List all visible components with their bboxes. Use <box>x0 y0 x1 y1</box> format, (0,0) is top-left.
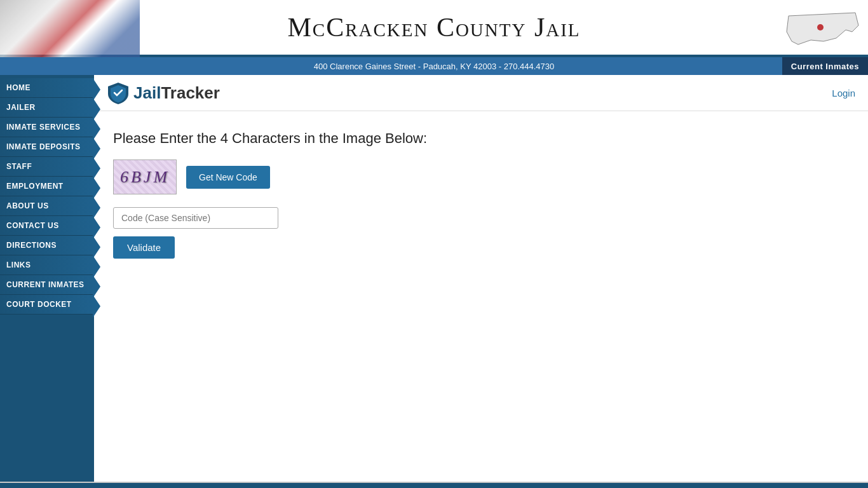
address-text: 400 Clarence Gaines Street - Paducah, KY… <box>314 62 554 71</box>
captcha-row: 6BJM Get New Code <box>113 159 849 194</box>
sidebar-item-current-inmates[interactable]: CURRENT INMATES <box>0 275 94 295</box>
get-new-code-button[interactable]: Get New Code <box>186 166 270 189</box>
main-content: JailTracker Login Please Enter the 4 Cha… <box>94 75 868 482</box>
svg-point-1 <box>817 24 824 30</box>
jailtracker-logo: JailTracker <box>107 81 220 104</box>
validate-button[interactable]: Validate <box>113 236 175 259</box>
sidebar-item-jailer[interactable]: JAILER <box>0 98 94 118</box>
sidebar-item-court-docket[interactable]: COURT DOCKET <box>0 295 94 315</box>
page-header: McCracken County Jail <box>0 0 868 57</box>
sidebar-item-contact-us[interactable]: CONTACT US <box>0 216 94 236</box>
bottom-bar <box>0 483 868 488</box>
jailtracker-text: JailTracker <box>133 83 220 103</box>
flag-decoration <box>0 0 140 57</box>
sidebar-item-home[interactable]: HOME <box>0 78 94 98</box>
sidebar-item-employment[interactable]: EMPLOYMENT <box>0 177 94 196</box>
sidebar-item-links[interactable]: LINKS <box>0 255 94 275</box>
sidebar: HOMEJAILERINMATE SERVICESINMATE DEPOSITS… <box>0 75 94 482</box>
sidebar-item-inmate-deposits[interactable]: INMATE DEPOSITS <box>0 137 94 157</box>
captcha-form: Please Enter the 4 Characters in the Ima… <box>94 111 868 278</box>
login-link[interactable]: Login <box>832 88 855 98</box>
jail-text: Jail <box>133 83 161 102</box>
captcha-chars: 6BJM <box>120 168 170 187</box>
jailtracker-bar: JailTracker Login <box>94 75 868 111</box>
sidebar-item-directions[interactable]: DIRECTIONS <box>0 236 94 255</box>
sidebar-item-about-us[interactable]: ABOUT US <box>0 196 94 216</box>
sidebar-item-staff[interactable]: STAFF <box>0 157 94 177</box>
code-input[interactable] <box>113 207 278 229</box>
site-title: McCracken County Jail <box>287 12 580 43</box>
captcha-image: 6BJM <box>113 159 177 194</box>
sidebar-item-inmate-services[interactable]: INMATE SERVICES <box>0 118 94 137</box>
address-bar: 400 Clarence Gaines Street - Paducah, KY… <box>0 57 868 75</box>
jailtracker-shield-icon <box>107 81 130 104</box>
form-title: Please Enter the 4 Characters in the Ima… <box>113 130 849 147</box>
current-inmates-topbar-button[interactable]: Current Inmates <box>782 57 868 75</box>
tracker-text: Tracker <box>161 83 220 102</box>
kentucky-map <box>785 3 862 54</box>
